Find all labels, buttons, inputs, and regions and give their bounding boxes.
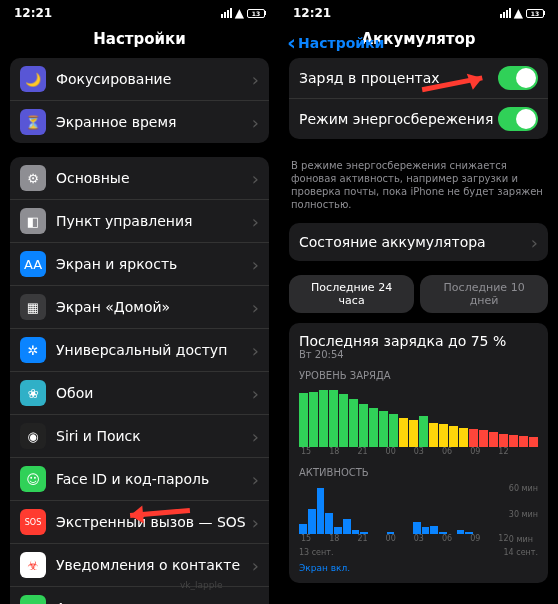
settings-group-general: ⚙︎Основные›◧Пункт управления›AAЭкран и я… <box>10 157 269 604</box>
row-icon: ▬ <box>20 595 46 604</box>
chevron-right-icon: › <box>252 383 259 404</box>
row-icon: ❀ <box>20 380 46 406</box>
row-label: Фокусирование <box>56 71 252 87</box>
settings-row[interactable]: ☣Уведомления о контакте› <box>10 544 269 587</box>
row-label: Экстренный вызов — SOS <box>56 514 252 530</box>
time-segment: Последние 24 часа Последние 10 дней <box>279 275 558 323</box>
row-label: Обои <box>56 385 252 401</box>
back-button[interactable]: Настройки <box>287 30 384 55</box>
status-bar: 12:21 ▲ 13 <box>279 0 558 22</box>
level-chart: 1518210003060912 <box>299 387 538 457</box>
last-charge-time: Вт 20:54 <box>299 349 538 360</box>
settings-row[interactable]: ⚙︎Основные› <box>10 157 269 200</box>
seg-10d[interactable]: Последние 10 дней <box>420 275 548 313</box>
usage-card: Последняя зарядка до 75 % Вт 20:54 УРОВЕ… <box>289 323 548 583</box>
settings-row[interactable]: SOSЭкстренный вызов — SOS› <box>10 501 269 544</box>
page-title: Настройки <box>0 22 279 58</box>
row-icon: SOS <box>20 509 46 535</box>
battery-icon: 13 <box>526 9 544 18</box>
chevron-right-icon: › <box>252 112 259 133</box>
row-icon: ◧ <box>20 208 46 234</box>
row-icon: ◉ <box>20 423 46 449</box>
row-icon: ▦ <box>20 294 46 320</box>
settings-row[interactable]: ◧Пункт управления› <box>10 200 269 243</box>
last-charge: Последняя зарядка до 75 % <box>299 333 538 349</box>
row-icon: ⏳ <box>20 109 46 135</box>
toggle-percent[interactable] <box>498 66 538 90</box>
chevron-right-icon: › <box>252 469 259 490</box>
health-group: Состояние аккумулятора › <box>289 223 548 261</box>
chevron-right-icon: › <box>531 232 538 253</box>
row-label: Основные <box>56 170 252 186</box>
settings-row[interactable]: AAЭкран и яркость› <box>10 243 269 286</box>
toggle-lowpower[interactable] <box>498 107 538 131</box>
row-label: Siri и Поиск <box>56 428 252 444</box>
wifi-icon: ▲ <box>514 6 523 20</box>
row-health[interactable]: Состояние аккумулятора › <box>289 223 548 261</box>
settings-row[interactable]: ☺Face ID и код-пароль› <box>10 458 269 501</box>
chevron-right-icon: › <box>252 254 259 275</box>
row-icon: ⚙︎ <box>20 165 46 191</box>
clock: 12:21 <box>293 6 331 20</box>
battery-screen: 12:21 ▲ 13 Настройки Аккумулятор Заряд в… <box>279 0 558 604</box>
signal-icon <box>221 8 232 18</box>
chevron-right-icon: › <box>252 512 259 533</box>
chevron-right-icon: › <box>252 211 259 232</box>
screen-on-legend: Экран вкл. <box>299 563 538 573</box>
settings-row[interactable]: ▦Экран «Домой»› <box>10 286 269 329</box>
settings-row[interactable]: ⏳Экранное время› <box>10 101 269 143</box>
settings-row[interactable]: ▬Аккумулятор› <box>10 587 269 604</box>
level-label: УРОВЕНЬ ЗАРЯДА <box>299 370 538 381</box>
clock: 12:21 <box>14 6 52 20</box>
row-percent: Заряд в процентах <box>289 58 548 99</box>
row-label: Экран и яркость <box>56 256 252 272</box>
signal-icon <box>500 8 511 18</box>
row-icon: AA <box>20 251 46 277</box>
battery-icon: 13 <box>247 9 265 18</box>
row-label: Экран «Домой» <box>56 299 252 315</box>
activity-label: АКТИВНОСТЬ <box>299 467 538 478</box>
wifi-icon: ▲ <box>235 6 244 20</box>
row-icon: 🌙 <box>20 66 46 92</box>
settings-screen: 12:21 ▲ 13 Настройки 🌙Фокусирование›⏳Экр… <box>0 0 279 604</box>
settings-row[interactable]: ✲Универсальный доступ› <box>10 329 269 372</box>
row-label: Аккумулятор <box>56 600 252 604</box>
settings-row[interactable]: ❀Обои› <box>10 372 269 415</box>
chevron-right-icon: › <box>252 297 259 318</box>
activity-chart: 60 мин30 мин0 мин 1518210003060912 <box>299 484 538 544</box>
chevron-right-icon: › <box>252 340 259 361</box>
row-lowpower: Режим энергосбережения <box>289 99 548 139</box>
row-label: Универсальный доступ <box>56 342 252 358</box>
row-icon: ✲ <box>20 337 46 363</box>
settings-row[interactable]: 🌙Фокусирование› <box>10 58 269 101</box>
settings-group-focus: 🌙Фокусирование›⏳Экранное время› <box>10 58 269 143</box>
chevron-right-icon: › <box>252 168 259 189</box>
seg-24h[interactable]: Последние 24 часа <box>289 275 414 313</box>
row-label: Уведомления о контакте <box>56 557 252 573</box>
chevron-right-icon: › <box>252 69 259 90</box>
row-icon: ☣ <box>20 552 46 578</box>
watermark: vk_lapple <box>180 580 223 590</box>
chevron-right-icon: › <box>252 555 259 576</box>
settings-row[interactable]: ◉Siri и Поиск› <box>10 415 269 458</box>
lowpower-note: В режиме энергосбережения снижается фоно… <box>279 153 558 223</box>
row-label: Пункт управления <box>56 213 252 229</box>
row-icon: ☺ <box>20 466 46 492</box>
chevron-right-icon: › <box>252 598 259 605</box>
row-label: Экранное время <box>56 114 252 130</box>
toggles-group: Заряд в процентах Режим энергосбережения <box>289 58 548 139</box>
chevron-right-icon: › <box>252 426 259 447</box>
status-bar: 12:21 ▲ 13 <box>0 0 279 22</box>
row-label: Face ID и код-пароль <box>56 471 252 487</box>
